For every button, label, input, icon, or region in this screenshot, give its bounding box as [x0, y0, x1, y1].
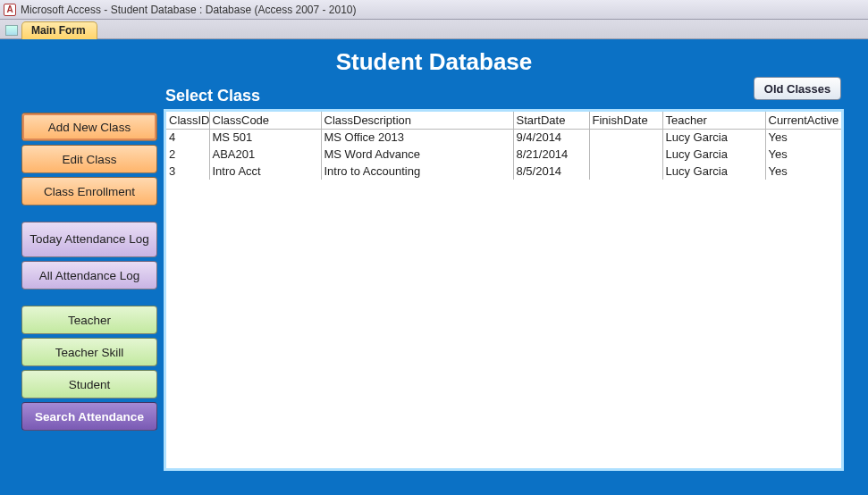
table-row[interactable]: 2ABA201MS Word Advance8/21/2014Lucy Garc…	[166, 146, 844, 163]
old-classes-button[interactable]: Old Classes	[754, 77, 841, 100]
cell-teacher[interactable]: Lucy Garcia	[662, 129, 765, 146]
class-grid[interactable]: ClassID ClassCode ClassDescription Start…	[164, 109, 844, 471]
cell-class_description[interactable]: MS Word Advance	[321, 146, 513, 163]
today-attendance-log-button[interactable]: Today Attendance Log	[21, 222, 157, 257]
cell-current_active[interactable]: Yes	[765, 129, 844, 146]
teacher-button[interactable]: Teacher	[21, 306, 157, 334]
cell-class_code[interactable]: MS 501	[209, 129, 321, 146]
cell-finish_date[interactable]	[589, 129, 662, 146]
cell-class_code[interactable]: ABA201	[209, 146, 321, 163]
cell-current_active[interactable]: Yes	[765, 163, 844, 180]
form-icon	[5, 25, 18, 36]
cell-class_id[interactable]: 4	[166, 129, 209, 146]
add-new-class-button[interactable]: Add New Class	[21, 113, 157, 141]
cell-class_description[interactable]: MS Office 2013	[321, 129, 513, 146]
grid-header-row: ClassID ClassCode ClassDescription Start…	[166, 112, 844, 129]
cell-finish_date[interactable]	[589, 146, 662, 163]
cell-class_id[interactable]: 3	[166, 163, 209, 180]
window-titlebar: A Microsoft Access - Student Database : …	[0, 0, 868, 20]
edit-class-button[interactable]: Edit Class	[21, 145, 157, 173]
cell-start_date[interactable]: 8/21/2014	[513, 146, 589, 163]
table-row[interactable]: 4MS 501MS Office 20139/4/2014Lucy Garcia…	[166, 129, 844, 146]
teacher-skill-button[interactable]: Teacher Skill	[21, 338, 157, 366]
class-enrollment-button[interactable]: Class Enrollment	[21, 177, 157, 206]
col-header-current-active[interactable]: CurrentActive	[765, 112, 844, 129]
cell-teacher[interactable]: Lucy Garcia	[662, 146, 765, 163]
tab-main-form[interactable]: Main Form	[21, 21, 97, 39]
col-header-class-id[interactable]: ClassID	[166, 112, 209, 129]
all-attendance-log-button[interactable]: All Attendance Log	[21, 261, 157, 289]
cell-current_active[interactable]: Yes	[765, 146, 844, 163]
main-form: Student Database Select Class Old Classe…	[0, 39, 868, 495]
page-title: Student Database	[0, 39, 868, 76]
col-header-start-date[interactable]: StartDate	[513, 112, 589, 129]
cell-class_code[interactable]: Intro Acct	[209, 163, 321, 180]
search-attendance-button[interactable]: Search Attendance	[21, 402, 157, 431]
document-tabstrip: Main Form	[0, 20, 868, 39]
access-app-icon: A	[4, 4, 16, 16]
cell-start_date[interactable]: 9/4/2014	[513, 129, 589, 146]
tab-main-form-label: Main Form	[31, 24, 86, 37]
sidebar-button-panel: Add New Class Edit Class Class Enrollmen…	[21, 113, 157, 434]
col-header-teacher[interactable]: Teacher	[662, 112, 765, 129]
section-label-select-class: Select Class	[165, 87, 260, 105]
cell-start_date[interactable]: 8/5/2014	[513, 163, 589, 180]
col-header-class-code[interactable]: ClassCode	[209, 112, 321, 129]
table-row[interactable]: 3Intro AcctIntro to Accounting8/5/2014Lu…	[166, 163, 844, 180]
col-header-class-description[interactable]: ClassDescription	[321, 112, 513, 129]
student-button[interactable]: Student	[21, 370, 157, 399]
window-title: Microsoft Access - Student Database : Da…	[21, 4, 357, 16]
cell-teacher[interactable]: Lucy Garcia	[662, 163, 765, 180]
cell-class_id[interactable]: 2	[166, 146, 209, 163]
col-header-finish-date[interactable]: FinishDate	[589, 112, 662, 129]
cell-class_description[interactable]: Intro to Accounting	[321, 163, 513, 180]
cell-finish_date[interactable]	[589, 163, 662, 180]
